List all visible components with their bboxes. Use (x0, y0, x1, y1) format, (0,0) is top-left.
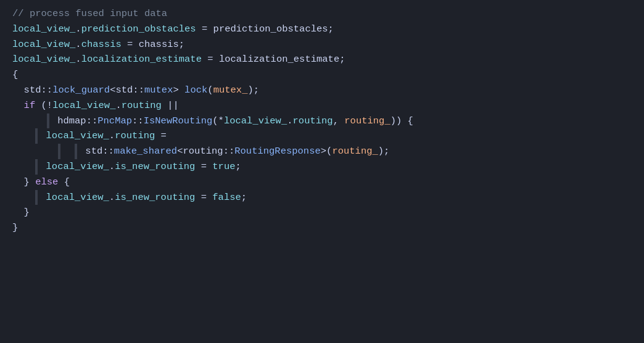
code-line-13: local_view_.is_new_routing = false; (12, 190, 632, 205)
code-token: :: (132, 114, 144, 129)
code-token: ); (247, 83, 259, 98)
code-editor: // process fused input data local_view_.… (0, 0, 644, 343)
code-token: { (12, 67, 18, 83)
code-token: :: (102, 144, 114, 159)
code-token: = (195, 190, 212, 205)
code-line-8: hdmap::PncMap::IsNewRouting(*local_view_… (12, 114, 632, 129)
code-token: < (110, 83, 115, 98)
code-token: chassis; (139, 37, 184, 52)
code-line-6: std::lock_guard<std::mutex> lock(mutex_)… (12, 83, 632, 98)
code-token: routing (183, 144, 223, 159)
code-line-9: local_view_.routing = (12, 128, 632, 144)
code-token: } (12, 220, 18, 236)
code-token: routing (122, 98, 162, 114)
code-line-5: { (12, 67, 632, 83)
code-token: local_view_ (46, 128, 109, 144)
code-token (12, 114, 47, 129)
code-token: routing (293, 114, 333, 129)
code-token: if (24, 98, 36, 114)
code-token: local_view_ (12, 22, 75, 37)
code-token: local_view_ (12, 37, 75, 52)
code-line-2: local_view_.prediction_obstacles = predi… (12, 22, 632, 37)
code-token: . (75, 52, 81, 67)
code-token: std (115, 83, 133, 98)
code-token: ( (207, 83, 213, 98)
code-line-12: } else { (12, 175, 632, 190)
code-token: ; (236, 159, 241, 175)
code-token: RoutingResponse (234, 144, 321, 159)
code-token: (! (35, 98, 52, 114)
code-token: . (109, 128, 115, 144)
code-line-4: local_view_.localization_estimate = loca… (12, 52, 632, 67)
code-token: = (202, 52, 219, 67)
code-token: mutex (144, 83, 173, 98)
code-line-10: std::make_shared<routing::RoutingRespons… (12, 144, 632, 159)
code-token: > (173, 83, 184, 98)
code-token: routing (115, 128, 155, 144)
code-token: local_view_ (46, 190, 109, 205)
code-token: localization_estimate (81, 52, 202, 67)
code-token (12, 83, 24, 98)
code-line-14: } (12, 205, 632, 220)
code-token: . (75, 37, 81, 52)
code-token: prediction_obstacles (81, 22, 196, 37)
code-token: )) { (390, 114, 413, 129)
code-token: :: (223, 144, 235, 159)
code-token: is_new_routing (115, 159, 195, 175)
code-token (40, 128, 46, 144)
code-token: local_view_ (224, 114, 287, 129)
code-token: :: (133, 83, 144, 98)
code-token: local_view_ (46, 159, 109, 175)
code-token: , (333, 114, 345, 129)
code-token: = (122, 37, 139, 52)
code-token: >( (321, 144, 332, 159)
code-line-3: local_view_.chassis = chassis; (12, 37, 632, 52)
code-token: localization_estimate; (219, 52, 345, 67)
code-token: hdmap (57, 114, 86, 129)
code-token: = (195, 159, 212, 175)
code-token: local_view_ (52, 98, 115, 114)
code-line-7: if (!local_view_.routing || (12, 98, 632, 114)
code-token: :: (41, 83, 53, 98)
code-token: lock_guard (52, 83, 110, 98)
code-token: (* (212, 114, 224, 129)
code-token: || (162, 98, 179, 114)
code-token: local_view_ (12, 52, 75, 67)
code-token: = (155, 128, 167, 144)
code-token: make_shared (114, 144, 177, 159)
code-token: { (58, 175, 70, 190)
code-token: routing_ (332, 144, 378, 159)
code-token (80, 144, 85, 159)
code-token: . (109, 190, 115, 205)
code-line-15: } (12, 220, 632, 236)
code-token: std (24, 83, 41, 98)
code-token: routing_ (344, 114, 390, 129)
code-token (52, 114, 57, 129)
code-token (12, 128, 35, 144)
code-line-1: // process fused input data (12, 6, 632, 22)
code-token: ); (378, 144, 390, 159)
code-token (12, 98, 24, 114)
code-token (12, 159, 35, 175)
code-token: } (12, 175, 35, 190)
code-token: PncMap (97, 114, 132, 129)
code-token (40, 190, 46, 205)
code-token (40, 159, 46, 175)
code-token (12, 144, 58, 159)
code-token: lock (184, 83, 207, 98)
code-token: mutex_ (213, 83, 248, 98)
code-token: true (212, 159, 235, 175)
code-token: IsNewRouting (144, 114, 213, 129)
code-token: else (35, 175, 58, 190)
code-line-11: local_view_.is_new_routing = true; (12, 159, 632, 175)
code-token: = (196, 22, 213, 37)
code-token: < (177, 144, 183, 159)
code-token: :: (86, 114, 98, 129)
code-token: . (115, 98, 121, 114)
code-token: ; (241, 190, 247, 205)
code-token: . (109, 159, 115, 175)
code-token: is_new_routing (115, 190, 195, 205)
code-token: chassis (81, 37, 122, 52)
code-token: } (12, 205, 30, 220)
code-token: . (287, 114, 292, 129)
